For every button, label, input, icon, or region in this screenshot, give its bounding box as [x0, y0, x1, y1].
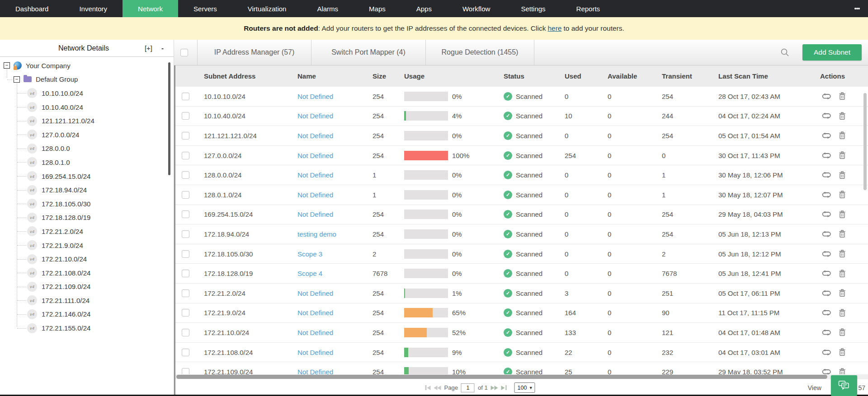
- row-checkbox[interactable]: [182, 132, 189, 140]
- nav-item-apps[interactable]: Apps: [401, 0, 447, 17]
- row-checkbox[interactable]: [182, 210, 189, 218]
- sidebar-subnet-item[interactable]: v4 128.0.0.0: [0, 142, 174, 156]
- rescan-subnet-icon[interactable]: [821, 172, 832, 178]
- delete-subnet-icon[interactable]: [839, 131, 846, 140]
- sidebar-subnet-item[interactable]: v4 172.21.111.0/24: [0, 294, 174, 307]
- sidebar-subnet-item[interactable]: v4 172.21.109.0/24: [0, 280, 174, 294]
- nav-item-maps[interactable]: Maps: [354, 0, 401, 17]
- sidebar-subnet-item[interactable]: v4 121.121.121.0/24: [0, 114, 174, 128]
- last-page-icon[interactable]: [501, 385, 507, 390]
- delete-subnet-icon[interactable]: [839, 171, 846, 179]
- rescan-subnet-icon[interactable]: [821, 231, 832, 238]
- rescan-subnet-icon[interactable]: [821, 251, 832, 257]
- tab-switch-port-mapper[interactable]: Switch Port Mapper (4): [311, 40, 426, 65]
- table-vertical-scrollbar[interactable]: [863, 93, 867, 190]
- rescan-subnet-icon[interactable]: [821, 290, 832, 297]
- delete-subnet-icon[interactable]: [839, 368, 846, 374]
- row-checkbox[interactable]: [182, 329, 189, 336]
- nav-item-servers[interactable]: Servers: [178, 0, 232, 17]
- subnet-name-link[interactable]: Not Defined: [297, 152, 333, 159]
- delete-subnet-icon[interactable]: [839, 250, 846, 258]
- feedback-button[interactable]: [831, 375, 857, 396]
- delete-subnet-icon[interactable]: [839, 92, 846, 100]
- page-size-select[interactable]: 100▼: [514, 382, 535, 393]
- subnet-name-link[interactable]: Scope 4: [297, 270, 322, 277]
- col-usage[interactable]: Usage: [401, 72, 500, 80]
- expand-all-button[interactable]: [+]: [140, 44, 157, 52]
- sidebar-subnet-item[interactable]: v4 172.18.94.0/24: [0, 183, 174, 197]
- row-checkbox[interactable]: [182, 289, 189, 297]
- sidebar-subnet-item[interactable]: v4 10.10.10.0/24: [0, 86, 174, 100]
- sidebar-subnet-item[interactable]: v4 172.18.128.0/19: [0, 211, 174, 225]
- sidebar-subnet-item[interactable]: v4 172.21.108.0/24: [0, 266, 174, 280]
- page-number-input[interactable]: [461, 383, 475, 392]
- subnet-name-link[interactable]: Not Defined: [297, 368, 333, 374]
- sidebar-subnet-item[interactable]: v4 128.0.1.0: [0, 155, 174, 169]
- rescan-subnet-icon[interactable]: [821, 368, 832, 374]
- next-page-icon[interactable]: [491, 386, 498, 390]
- delete-subnet-icon[interactable]: [839, 151, 846, 159]
- col-size[interactable]: Size: [369, 72, 401, 80]
- col-status[interactable]: Status: [500, 72, 561, 80]
- rescan-subnet-icon[interactable]: [821, 309, 832, 316]
- nav-item-dashboard[interactable]: Dashboard: [0, 0, 64, 17]
- first-page-icon[interactable]: [425, 385, 431, 390]
- kebab-menu-icon[interactable]: [854, 0, 860, 17]
- col-used[interactable]: Used: [561, 72, 604, 80]
- tab-rogue-detection[interactable]: Rogue Detection (1455): [426, 40, 534, 65]
- add-subnet-button[interactable]: Add Subnet: [802, 44, 862, 61]
- nav-item-reports[interactable]: Reports: [561, 0, 616, 17]
- col-available[interactable]: Available: [604, 72, 658, 80]
- subnet-name-link[interactable]: Not Defined: [297, 112, 333, 120]
- search-icon[interactable]: [780, 47, 790, 57]
- collapse-toggle-icon[interactable]: −: [4, 62, 10, 69]
- col-subnet-address[interactable]: Subnet Address: [196, 72, 292, 80]
- row-checkbox[interactable]: [182, 171, 189, 179]
- sidebar-subnet-item[interactable]: v4 172.21.155.0/24: [0, 321, 174, 335]
- sidebar-subnet-item[interactable]: v4 172.21.10.0/24: [0, 252, 174, 266]
- subnet-name-link[interactable]: Not Defined: [297, 289, 333, 297]
- delete-subnet-icon[interactable]: [839, 289, 846, 297]
- collapse-toggle-icon[interactable]: −: [14, 76, 20, 83]
- subnet-name-link[interactable]: Not Defined: [297, 93, 333, 100]
- rescan-subnet-icon[interactable]: [821, 132, 832, 139]
- tree-node-default-group[interactable]: − Default Group: [0, 73, 174, 87]
- row-checkbox[interactable]: [182, 309, 189, 317]
- col-transient[interactable]: Transient: [658, 72, 715, 80]
- rescan-subnet-icon[interactable]: [821, 152, 832, 159]
- row-checkbox[interactable]: [182, 349, 189, 356]
- delete-subnet-icon[interactable]: [839, 270, 846, 278]
- tree-node-company[interactable]: − Your Company: [0, 59, 174, 73]
- subnet-name-link[interactable]: Not Defined: [297, 191, 333, 199]
- subnet-name-link[interactable]: Not Defined: [297, 132, 333, 140]
- subnet-name-link[interactable]: Scope 3: [297, 250, 322, 258]
- delete-subnet-icon[interactable]: [839, 230, 846, 238]
- col-name[interactable]: Name: [292, 72, 369, 80]
- nav-item-network[interactable]: Network: [123, 0, 178, 17]
- subnet-name-link[interactable]: Not Defined: [297, 171, 333, 179]
- nav-item-alarms[interactable]: Alarms: [302, 0, 354, 17]
- nav-item-settings[interactable]: Settings: [505, 0, 561, 17]
- row-checkbox[interactable]: [182, 250, 189, 258]
- row-checkbox[interactable]: [182, 368, 189, 374]
- sidebar-subnet-item[interactable]: v4 172.18.105.0/30: [0, 197, 174, 211]
- rescan-subnet-icon[interactable]: [821, 211, 832, 218]
- rescan-subnet-icon[interactable]: [821, 349, 832, 356]
- row-checkbox[interactable]: [182, 93, 189, 100]
- sidebar-subnet-item[interactable]: v4 172.21.9.0/24: [0, 238, 174, 252]
- previous-page-icon[interactable]: [434, 386, 441, 390]
- rescan-subnet-icon[interactable]: [821, 191, 832, 198]
- row-checkbox[interactable]: [182, 112, 189, 120]
- sidebar-subnet-item[interactable]: v4 172.21.2.0/24: [0, 224, 174, 238]
- nav-item-inventory[interactable]: Inventory: [64, 0, 123, 17]
- delete-subnet-icon[interactable]: [839, 191, 846, 199]
- sidebar-subnet-item[interactable]: v4 169.254.15.0/24: [0, 169, 174, 183]
- delete-subnet-icon[interactable]: [839, 112, 846, 120]
- sidebar-subnet-item[interactable]: v4 127.0.0.0/24: [0, 128, 174, 142]
- delete-subnet-icon[interactable]: [839, 210, 846, 219]
- tab-ip-address-manager[interactable]: IP Address Manager (57): [197, 40, 311, 65]
- row-checkbox[interactable]: [182, 270, 189, 277]
- subnet-name-link[interactable]: Not Defined: [297, 309, 333, 317]
- rescan-subnet-icon[interactable]: [821, 270, 832, 277]
- rescan-subnet-icon[interactable]: [821, 329, 832, 336]
